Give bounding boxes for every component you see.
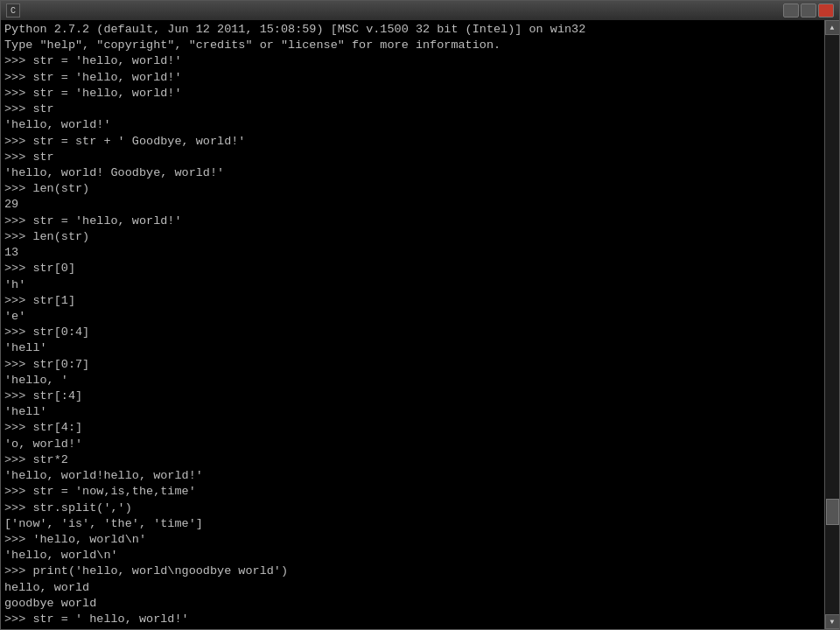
title-bar-left: C (6, 4, 25, 18)
scrollbar: ▲ ▼ (824, 20, 839, 629)
terminal-output[interactable]: Python 2.7.2 (default, Jun 12 2011, 15:0… (1, 20, 824, 629)
terminal-area: Python 2.7.2 (default, Jun 12 2011, 15:0… (1, 20, 839, 629)
scroll-thumb[interactable] (826, 499, 839, 525)
scroll-down-button[interactable]: ▼ (825, 614, 840, 629)
window: C Python 2.7.2 (default, Jun 12 2011, 15… (0, 0, 840, 630)
close-button[interactable] (818, 4, 834, 18)
scroll-up-button[interactable]: ▲ (825, 20, 840, 35)
window-icon: C (6, 4, 20, 18)
scroll-track[interactable] (825, 35, 839, 614)
maximize-button[interactable] (801, 4, 816, 18)
minimize-button[interactable] (783, 4, 799, 18)
title-bar: C (1, 1, 839, 20)
window-controls (783, 4, 834, 18)
